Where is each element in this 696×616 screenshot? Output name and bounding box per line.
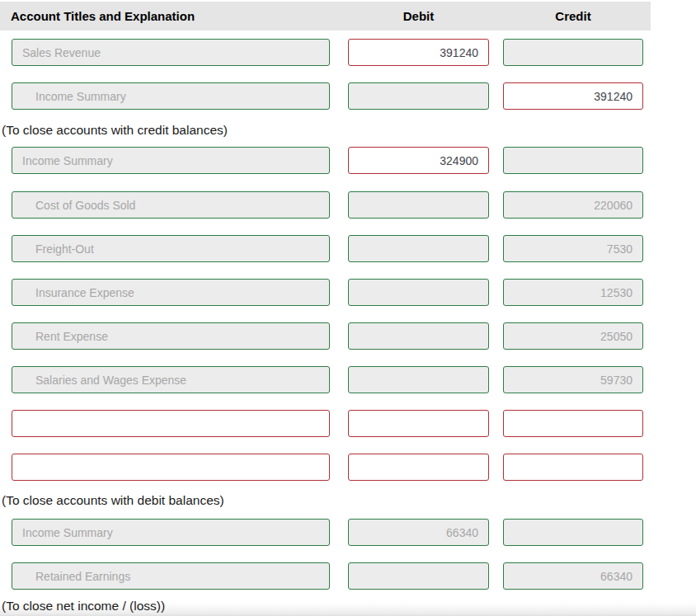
- account-title-input: [12, 279, 330, 306]
- journal-entry-form: Account Titles and Explanation Debit Cre…: [0, 0, 696, 616]
- debit-amount-input: [348, 519, 489, 546]
- debit-amount-input[interactable]: [348, 147, 489, 174]
- table-row: [0, 562, 696, 590]
- account-title-input: [12, 39, 330, 66]
- credit-amount-input: [503, 39, 643, 66]
- account-title-input: [12, 191, 330, 219]
- credit-amount-input[interactable]: [503, 82, 643, 110]
- debit-amount-input: [348, 191, 489, 219]
- credit-amount-input: [503, 191, 643, 219]
- account-title-input: [12, 82, 330, 110]
- credit-amount-input: [503, 147, 643, 174]
- table-row: [0, 410, 696, 437]
- account-title-input: [12, 519, 330, 546]
- column-header-debit: Debit: [348, 2, 489, 31]
- account-title-input: [12, 147, 330, 174]
- table-row: [0, 235, 696, 262]
- column-header-credit: Credit: [503, 2, 643, 31]
- debit-amount-input[interactable]: [348, 454, 489, 481]
- account-title-input[interactable]: [12, 410, 330, 437]
- debit-amount-input[interactable]: [348, 39, 489, 66]
- debit-amount-input: [348, 82, 489, 110]
- credit-amount-input: [503, 279, 643, 306]
- account-title-input: [12, 322, 330, 350]
- table-row: [0, 279, 696, 306]
- credit-amount-input: [503, 235, 643, 262]
- account-title-input: [12, 366, 330, 393]
- credit-amount-input: [503, 322, 643, 350]
- table-row: [0, 147, 696, 174]
- entry-caption-net-income: (To close net income / (loss)): [2, 598, 165, 614]
- debit-amount-input: [348, 366, 489, 393]
- debit-amount-input: [348, 279, 489, 306]
- table-row: [0, 454, 696, 481]
- table-row: [0, 519, 696, 546]
- account-title-input[interactable]: [12, 454, 330, 481]
- credit-amount-input: [503, 366, 643, 393]
- credit-amount-input[interactable]: [503, 410, 643, 437]
- table-row: [0, 322, 696, 350]
- table-row: [0, 39, 696, 66]
- table-row: [0, 191, 696, 219]
- credit-amount-input: [503, 519, 643, 546]
- debit-amount-input: [348, 235, 489, 262]
- column-header-account: Account Titles and Explanation: [11, 2, 195, 31]
- table-row: [0, 366, 696, 393]
- entry-caption-debit-balances: (To close accounts with debit balances): [2, 492, 224, 508]
- account-title-input: [12, 562, 330, 590]
- debit-amount-input[interactable]: [348, 410, 489, 437]
- debit-amount-input: [348, 562, 489, 590]
- credit-amount-input: [503, 562, 643, 590]
- credit-amount-input[interactable]: [503, 454, 643, 481]
- debit-amount-input: [348, 322, 489, 350]
- entry-caption-credit-balances: (To close accounts with credit balances): [2, 122, 228, 138]
- account-title-input: [12, 235, 330, 262]
- table-row: [0, 82, 696, 110]
